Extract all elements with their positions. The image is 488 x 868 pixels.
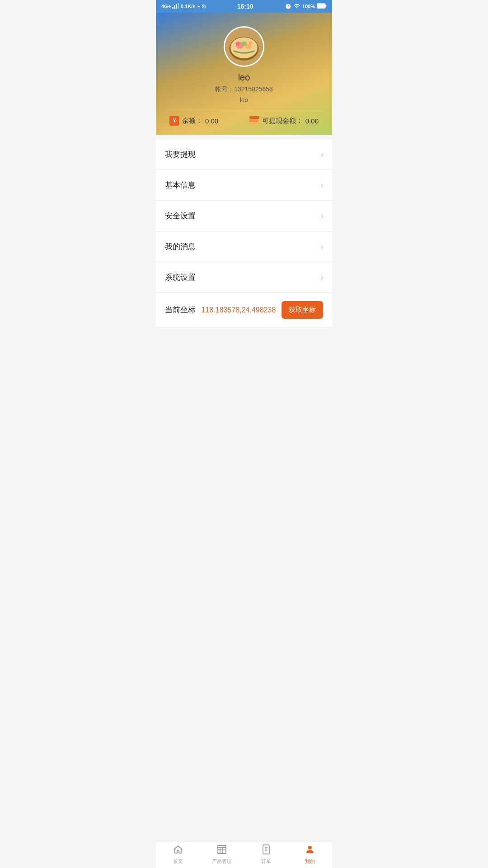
svg-rect-3 <box>178 3 179 9</box>
battery-label: 100% <box>302 4 315 9</box>
balance-value: 0.00 <box>205 117 218 125</box>
extra-icon: ⊡ <box>202 4 206 9</box>
chevron-icon-security: › <box>321 212 323 220</box>
menu-label-security: 安全设置 <box>165 211 196 221</box>
wifi-icon <box>293 3 300 9</box>
menu-label-basic-info: 基本信息 <box>165 180 196 190</box>
status-bar: 4G+ 0.1K/s ⌁ ⊡ 16:10 🕐 100% <box>156 0 332 13</box>
svg-point-12 <box>241 42 247 46</box>
battery-icon <box>317 3 327 9</box>
status-time: 16:10 <box>237 3 253 10</box>
menu-label-withdraw: 我要提现 <box>165 149 196 160</box>
get-coordinates-button[interactable]: 获取坐标 <box>282 301 323 319</box>
svg-point-9 <box>230 37 258 58</box>
chevron-icon-withdraw: › <box>321 151 323 159</box>
svg-rect-5 <box>317 4 325 8</box>
bottom-spacer <box>156 327 332 354</box>
balance-item: ¥ 余额： 0.00 <box>169 116 218 126</box>
usb-icon: ⌁ <box>197 4 200 9</box>
chevron-icon-system-settings: › <box>321 274 323 282</box>
balance-row: ¥ 余额： 0.00 可提现金额： 0.00 <box>165 111 323 126</box>
menu-item-messages[interactable]: 我的消息 › <box>156 231 332 262</box>
profile-nickname: leo <box>165 96 323 104</box>
clock-icon: 🕐 <box>285 4 291 9</box>
menu-item-system-settings[interactable]: 系统设置 › <box>156 262 332 292</box>
menu-label-system-settings: 系统设置 <box>165 272 196 283</box>
stack-icon <box>249 116 259 125</box>
stack-layer-2 <box>249 119 258 122</box>
coordinates-value: 118.183578,24.498238 <box>196 306 282 314</box>
svg-rect-2 <box>176 4 177 9</box>
status-right: 🕐 100% <box>285 3 327 9</box>
svg-rect-1 <box>174 5 175 9</box>
account-label: 帐号： <box>215 85 234 93</box>
balance-icon: ¥ <box>169 116 179 126</box>
carrier-label: 4G+ <box>161 4 171 9</box>
stack-layer-3 <box>249 123 258 125</box>
svg-point-14 <box>249 41 252 44</box>
menu-item-security[interactable]: 安全设置 › <box>156 201 332 231</box>
withdrawable-item: 可提现金额： 0.00 <box>249 116 319 125</box>
balance-label: 余额： <box>182 117 202 125</box>
withdrawable-value: 0.00 <box>305 117 319 125</box>
avatar[interactable] <box>224 26 264 67</box>
coordinates-label: 当前坐标 <box>165 305 196 315</box>
svg-rect-0 <box>172 7 174 9</box>
svg-rect-6 <box>325 5 326 7</box>
chevron-icon-messages: › <box>321 243 323 251</box>
signal-icon <box>172 3 179 9</box>
stack-layer-1 <box>249 116 259 119</box>
menu-item-withdraw[interactable]: 我要提现 › <box>156 139 332 170</box>
chevron-icon-basic-info: › <box>321 181 323 189</box>
speed-label: 0.1K/s <box>181 4 195 9</box>
menu-label-messages: 我的消息 <box>165 241 196 252</box>
account-number-value: 13215025658 <box>234 85 273 93</box>
coordinates-row: 当前坐标 118.183578,24.498238 获取坐标 <box>156 292 332 327</box>
menu-list: 我要提现 › 基本信息 › 安全设置 › 我的消息 › 系统设置 › <box>156 139 332 292</box>
withdrawable-label: 可提现金额： <box>262 117 303 125</box>
menu-item-basic-info[interactable]: 基本信息 › <box>156 170 332 201</box>
profile-account: 帐号：13215025658 <box>165 85 323 94</box>
status-left: 4G+ 0.1K/s ⌁ ⊡ <box>161 3 206 9</box>
avatar-image <box>225 28 263 66</box>
profile-username: leo <box>165 72 323 83</box>
profile-header: leo 帐号：13215025658 leo ¥ 余额： 0.00 可提现金额：… <box>156 13 332 135</box>
svg-point-13 <box>235 42 239 46</box>
